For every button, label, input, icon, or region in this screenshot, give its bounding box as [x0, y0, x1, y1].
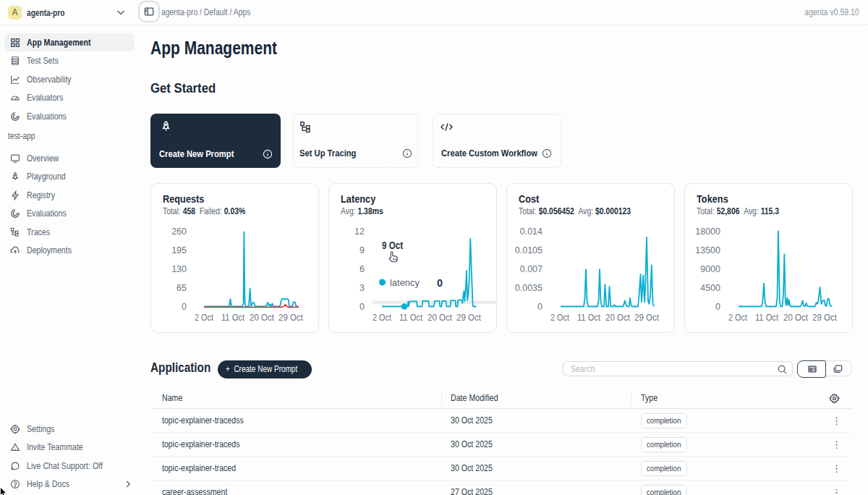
svg-text:2 Oct: 2 Oct: [373, 313, 391, 323]
svg-text:0: 0: [715, 302, 720, 312]
svg-text:0.0035: 0.0035: [515, 283, 542, 293]
svg-text:0: 0: [182, 302, 187, 312]
svg-text:260: 260: [171, 227, 187, 237]
svg-text:0.0105: 0.0105: [515, 245, 542, 255]
svg-text:0: 0: [359, 302, 365, 312]
svg-text:3: 3: [359, 283, 365, 293]
svg-text:29 Oct: 29 Oct: [812, 313, 837, 323]
svg-text:13500: 13500: [695, 245, 720, 255]
svg-text:195: 195: [171, 245, 187, 255]
svg-text:11 Oct: 11 Oct: [577, 313, 600, 323]
svg-text:20 Oct: 20 Oct: [250, 313, 274, 323]
svg-text:2 Oct: 2 Oct: [728, 313, 747, 323]
svg-text:9000: 9000: [700, 264, 720, 274]
svg-text:4500: 4500: [700, 283, 720, 293]
svg-text:18000: 18000: [695, 227, 720, 237]
svg-text:0.007: 0.007: [520, 264, 542, 274]
svg-text:65: 65: [176, 283, 187, 293]
svg-text:20 Oct: 20 Oct: [605, 313, 630, 323]
svg-text:6: 6: [359, 264, 365, 274]
svg-text:0.014: 0.014: [520, 227, 542, 237]
svg-text:11 Oct: 11 Oct: [221, 313, 244, 323]
svg-text:0: 0: [537, 302, 542, 312]
svg-text:2 Oct: 2 Oct: [195, 313, 213, 323]
svg-text:12: 12: [354, 227, 365, 237]
svg-text:9 Oct: 9 Oct: [382, 240, 403, 251]
svg-text:29 Oct: 29 Oct: [278, 313, 303, 323]
svg-text:2 Oct: 2 Oct: [550, 313, 569, 323]
svg-text:latency: latency: [390, 277, 420, 288]
svg-text:130: 130: [171, 264, 187, 274]
svg-text:29 Oct: 29 Oct: [456, 313, 481, 323]
svg-text:11 Oct: 11 Oct: [755, 313, 778, 323]
svg-text:20 Oct: 20 Oct: [427, 313, 452, 323]
svg-text:11 Oct: 11 Oct: [399, 313, 422, 323]
svg-text:20 Oct: 20 Oct: [783, 313, 808, 323]
svg-text:9: 9: [359, 245, 365, 255]
svg-text:0: 0: [437, 277, 443, 289]
svg-text:29 Oct: 29 Oct: [634, 313, 659, 323]
